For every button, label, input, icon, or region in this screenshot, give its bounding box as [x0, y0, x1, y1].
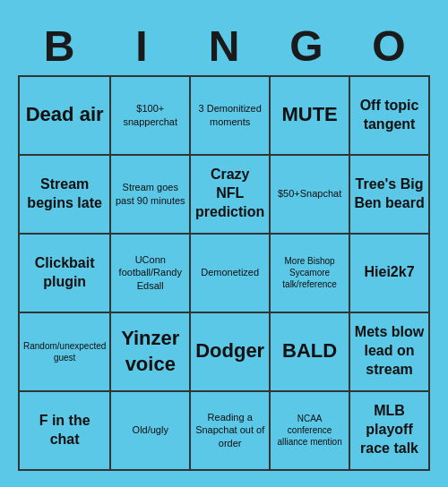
bingo-cell-5[interactable]: Stream begins late: [20, 156, 111, 235]
bingo-grid: Dead air$100+ snapperchat3 Demonitized m…: [18, 75, 430, 471]
bingo-cell-10[interactable]: Clickbait plugin: [20, 235, 111, 313]
bingo-cell-13[interactable]: More Bishop Sycamore talk/reference: [271, 235, 350, 313]
bingo-cell-19[interactable]: Mets blow lead on stream: [350, 313, 430, 392]
bingo-cell-2[interactable]: 3 Demonitized moments: [191, 77, 271, 156]
letter-g: G: [265, 17, 348, 75]
letter-n: N: [183, 17, 265, 75]
bingo-card: B I N G O Dead air$100+ snapperchat3 Dem…: [9, 8, 439, 480]
bingo-cell-18[interactable]: BALD: [271, 313, 350, 392]
bingo-cell-14[interactable]: Hiei2k7: [350, 235, 430, 313]
bingo-cell-17[interactable]: Dodger: [191, 313, 271, 392]
bingo-cell-0[interactable]: Dead air: [20, 77, 111, 156]
bingo-cell-6[interactable]: Stream goes past 90 minutes: [111, 156, 191, 235]
bingo-header: B I N G O: [18, 17, 430, 75]
bingo-cell-12[interactable]: Demonetized: [191, 235, 271, 313]
letter-o: O: [348, 17, 430, 75]
bingo-cell-15[interactable]: Random/unexpected guest: [20, 313, 111, 392]
bingo-cell-23[interactable]: NCAA conference alliance mention: [271, 392, 350, 471]
bingo-cell-21[interactable]: Old/ugly: [111, 392, 191, 471]
letter-i: I: [100, 17, 183, 75]
bingo-cell-16[interactable]: Yinzer voice: [111, 313, 191, 392]
bingo-cell-24[interactable]: MLB playoff race talk: [350, 392, 430, 471]
bingo-cell-9[interactable]: Tree's Big Ben beard: [350, 156, 430, 235]
bingo-cell-8[interactable]: $50+Snapchat: [271, 156, 350, 235]
bingo-cell-4[interactable]: Off topic tangent: [350, 77, 430, 156]
bingo-cell-20[interactable]: F in the chat: [20, 392, 111, 471]
bingo-cell-1[interactable]: $100+ snapperchat: [111, 77, 191, 156]
bingo-cell-3[interactable]: MUTE: [271, 77, 350, 156]
letter-b: B: [18, 17, 100, 75]
bingo-cell-11[interactable]: UConn football/Randy Edsall: [111, 235, 191, 313]
bingo-cell-7[interactable]: Crazy NFL prediction: [191, 156, 271, 235]
bingo-cell-22[interactable]: Reading a Snapchat out of order: [191, 392, 271, 471]
